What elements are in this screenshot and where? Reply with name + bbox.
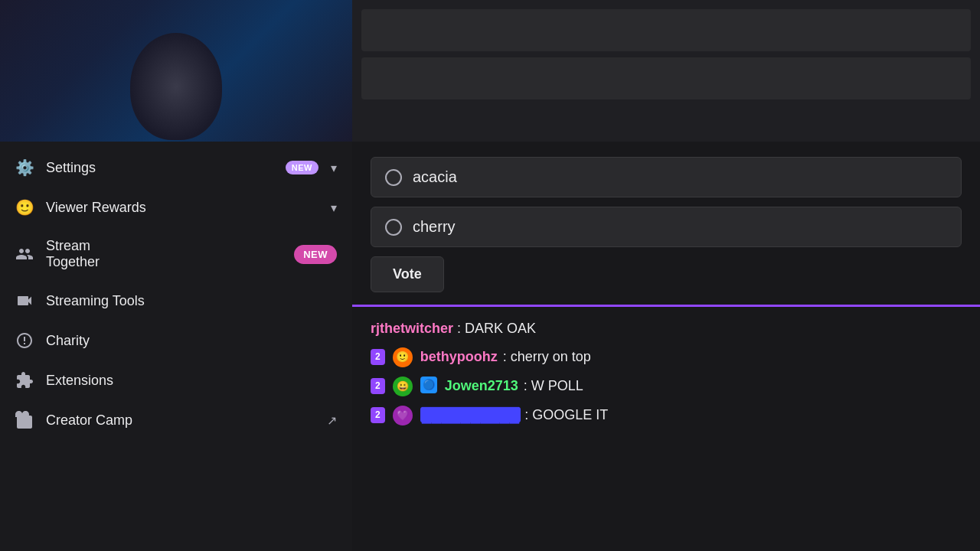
top-right-bar-1 [361,9,971,51]
sidebar-item-label: Settings [46,160,273,176]
sidebar-item-label: Extensions [46,373,337,389]
sidebar-item-label: Charity [46,333,337,349]
creator-camp-icon [15,411,34,429]
poll-radio-cherry[interactable] [385,219,402,236]
chat-message: 2 💜 ██████████ : GOOGLE IT [371,406,962,425]
chat-username: bethypoohz [420,349,498,364]
chat-message: 2 😀 🔵 Jowen2713 : W POLL [371,377,962,396]
chat-body: : DARK OAK [457,321,536,336]
extensions-icon [15,371,34,390]
chat-area: rjthetwitcher : DARK OAK 2 🙂 bethypoohz … [352,307,980,551]
chat-sub-badge: 2 [371,349,385,365]
sidebar-nav: ⚙️ Settings NEW ▾ 🙂 Viewer Rewards ▾ Str… [0,142,352,446]
poll-option-text-cherry: cherry [413,218,456,236]
chat-message: 2 🙂 bethypoohz : cherry on top [371,347,962,367]
new-badge-stream-together: NEW [294,245,337,264]
chevron-down-icon: ▾ [331,201,337,215]
sub-icon: 🔵 [420,377,437,393]
top-right-area [352,0,980,142]
chat-message: rjthetwitcher : DARK OAK [371,319,962,338]
sidebar-item-viewer-rewards[interactable]: 🙂 Viewer Rewards ▾ [0,187,352,227]
chat-body: : GOOGLE IT [524,407,608,422]
sidebar-item-settings[interactable]: ⚙️ Settings NEW ▾ [0,148,352,187]
chevron-down-icon: ▾ [331,161,337,175]
video-placeholder [0,0,352,142]
poll-radio-acacia[interactable] [385,169,402,186]
video-figure [130,33,222,140]
chat-text: Jowen2713 : W POLL [445,377,583,396]
sidebar-item-charity[interactable]: Charity [0,321,352,360]
video-area [0,0,352,142]
top-right-bar-2 [361,57,971,99]
stream-together-icon [15,245,34,263]
sidebar-item-label: Creator Camp [46,412,315,429]
chat-username-blurred: ██████████ [420,407,521,422]
settings-icon: ⚙️ [15,158,34,177]
poll-option-acacia[interactable]: acacia [371,157,962,197]
sidebar-item-label: Streaming Tools [46,293,337,309]
external-link-icon: ↗ [327,413,337,428]
sidebar-item-creator-camp[interactable]: Creator Camp ↗ [0,400,352,440]
new-badge-settings: NEW [286,161,318,174]
chat-body: : cherry on top [503,349,591,364]
sidebar: ⚙️ Settings NEW ▾ 🙂 Viewer Rewards ▾ Str… [0,0,352,551]
chat-text: rjthetwitcher : DARK OAK [371,319,536,338]
right-panel: acacia cherry Vote rjthetwitcher : DARK … [352,0,980,551]
poll-option-text-acacia: acacia [413,168,457,186]
chat-sub-badge: 2 [371,407,385,423]
chat-text: bethypoohz : cherry on top [420,347,591,367]
chat-username: rjthetwitcher [371,321,453,336]
avatar: 🙂 [393,347,413,367]
avatar: 😀 [393,377,413,396]
sidebar-item-extensions[interactable]: Extensions [0,360,352,400]
streaming-tools-icon [15,292,34,310]
poll-option-cherry[interactable]: cherry [371,207,962,247]
chat-body: : W POLL [524,378,583,393]
charity-icon [15,331,34,350]
chat-username: Jowen2713 [445,378,518,393]
viewer-rewards-icon: 🙂 [15,198,34,217]
vote-button[interactable]: Vote [371,256,444,292]
sidebar-item-streaming-tools[interactable]: Streaming Tools [0,281,352,321]
poll-area: acacia cherry Vote [352,142,980,307]
chat-text: ██████████ : GOOGLE IT [420,406,609,425]
sidebar-item-label: StreamTogether [46,238,282,270]
sidebar-item-label: Viewer Rewards [46,200,318,216]
chat-sub-badge: 2 [371,378,385,394]
avatar: 💜 [393,406,413,425]
sidebar-item-stream-together[interactable]: StreamTogether NEW [0,227,352,281]
